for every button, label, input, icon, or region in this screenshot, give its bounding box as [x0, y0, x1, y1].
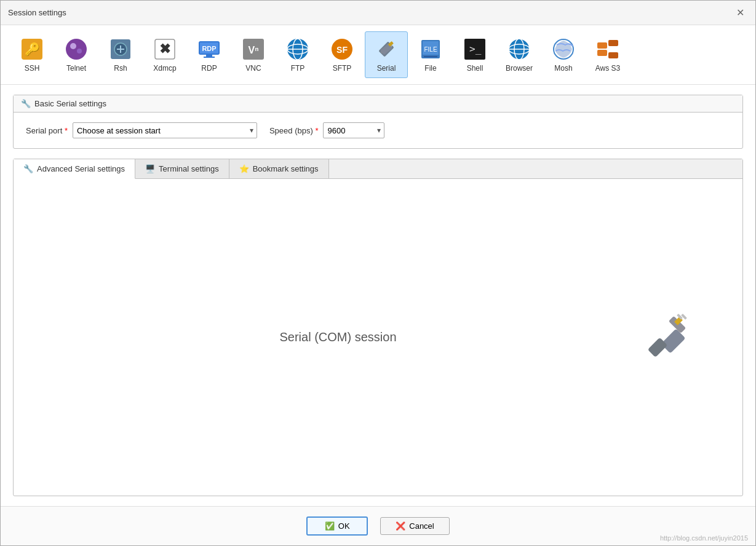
svg-text:FILE: FILE: [424, 46, 437, 53]
file-icon: FILE: [418, 37, 443, 61]
session-icon-rsh[interactable]: Rsh: [99, 31, 142, 78]
basic-serial-form-row: Serial port * Choose at session start CO…: [26, 122, 730, 138]
session-icon-rdp[interactable]: RDP RDP: [188, 31, 231, 78]
terminal-tab-icon: 🖥️: [145, 164, 155, 173]
vnc-label: VNC: [245, 64, 261, 73]
ok-icon: ✅: [325, 521, 335, 531]
title-bar: Session settings ✕: [1, 1, 755, 25]
svg-point-2: [66, 39, 87, 60]
sftp-label: SFTP: [333, 64, 352, 73]
serial-port-select[interactable]: Choose at session start COM1 COM2 COM3 C…: [73, 122, 257, 138]
tab-bookmark[interactable]: ⭐ Bookmark settings: [229, 159, 329, 179]
serial-illustration: [644, 310, 699, 365]
aws-s3-icon: [595, 37, 620, 61]
serial-port-select-wrapper: Choose at session start COM1 COM2 COM3 C…: [73, 122, 257, 138]
file-label: File: [424, 64, 436, 73]
session-icon-ftp[interactable]: FTP: [276, 31, 319, 78]
speed-select-wrapper: 9600 19200 38400 57600 115200: [323, 122, 384, 138]
session-icon-sftp[interactable]: SF SFTP: [320, 31, 364, 78]
cancel-label: Cancel: [409, 521, 434, 531]
basic-serial-body: Serial port * Choose at session start CO…: [14, 113, 742, 148]
terminal-tab-label: Terminal settings: [159, 164, 219, 173]
svg-rect-39: [597, 42, 607, 49]
session-settings-dialog: Session settings ✕ 🔑 SSH Telne: [0, 0, 756, 546]
cancel-button[interactable]: ❌ Cancel: [380, 517, 449, 535]
serial-session-text: Serial (COM) session: [32, 330, 644, 344]
svg-rect-12: [204, 57, 215, 58]
speed-select[interactable]: 9600 19200 38400 57600 115200: [323, 122, 384, 138]
svg-point-3: [70, 43, 76, 49]
ssh-label: SSH: [25, 64, 40, 73]
speed-required: *: [315, 126, 318, 135]
telnet-label: Telnet: [66, 64, 86, 73]
session-icon-ssh[interactable]: 🔑 SSH: [10, 31, 54, 78]
session-type-bar: 🔑 SSH Telnet: [1, 25, 755, 85]
speed-label: Speed (bps) *: [269, 126, 319, 135]
session-icon-shell[interactable]: >_ Shell: [453, 31, 496, 78]
basic-serial-section: 🔧 Basic Serial settings Serial port * Ch…: [13, 95, 743, 149]
xdmcp-label: Xdmcp: [153, 64, 176, 73]
svg-text:Vⁿ: Vⁿ: [248, 45, 258, 55]
svg-rect-42: [597, 50, 607, 56]
mosh-icon: [551, 37, 576, 61]
mosh-label: Mosh: [554, 64, 572, 73]
session-icon-mosh[interactable]: Mosh: [542, 31, 585, 78]
browser-label: Browser: [506, 64, 533, 73]
svg-rect-29: [424, 56, 437, 57]
session-icon-browser[interactable]: Browser: [498, 31, 541, 78]
speed-field: Speed (bps) * 9600 19200 38400 57600 115…: [269, 122, 385, 138]
ftp-label: FTP: [291, 64, 305, 73]
dialog-title: Session settings: [8, 8, 66, 17]
tabs-section: 🔧 Advanced Serial settings 🖥️ Terminal s…: [13, 159, 743, 496]
svg-rect-41: [608, 52, 618, 58]
svg-text:🔑: 🔑: [25, 42, 40, 57]
basic-serial-icon: 🔧: [21, 99, 31, 108]
serial-icon: [374, 37, 399, 61]
rdp-icon: RDP: [197, 37, 221, 61]
svg-point-4: [77, 49, 82, 53]
session-icon-telnet[interactable]: Telnet: [55, 31, 98, 78]
telnet-icon: [64, 37, 89, 61]
sftp-icon: SF: [330, 37, 354, 61]
svg-rect-40: [608, 40, 618, 46]
session-icon-xdmcp[interactable]: ✖ Xdmcp: [143, 31, 186, 78]
tabs-header: 🔧 Advanced Serial settings 🖥️ Terminal s…: [14, 159, 742, 179]
tab-advanced-serial[interactable]: 🔧 Advanced Serial settings: [14, 159, 135, 179]
footer: ✅ OK ❌ Cancel: [1, 506, 755, 545]
serial-port-required: *: [65, 126, 68, 135]
rdp-label: RDP: [201, 64, 217, 73]
serial-port-label: Serial port *: [26, 126, 68, 135]
basic-serial-header: 🔧 Basic Serial settings: [14, 95, 742, 113]
svg-text:RDP: RDP: [202, 45, 216, 52]
svg-text:✖: ✖: [159, 41, 170, 57]
content-area: 🔧 Basic Serial settings Serial port * Ch…: [1, 85, 755, 506]
bookmark-tab-label: Bookmark settings: [253, 164, 319, 173]
basic-serial-title: Basic Serial settings: [34, 99, 106, 108]
browser-icon: [507, 37, 531, 61]
session-icon-vnc[interactable]: Vⁿ VNC: [232, 31, 275, 78]
shell-label: Shell: [467, 64, 483, 73]
tab-content-area: Serial (COM) session: [14, 179, 742, 496]
session-icon-file[interactable]: FILE File: [409, 31, 452, 78]
shell-icon: >_: [463, 37, 487, 61]
svg-text:>_: >_: [469, 43, 482, 55]
tab-terminal[interactable]: 🖥️ Terminal settings: [135, 159, 229, 179]
advanced-serial-tab-icon: 🔧: [23, 164, 33, 173]
advanced-serial-tab-label: Advanced Serial settings: [37, 164, 125, 173]
rsh-icon: [108, 37, 133, 61]
watermark: http://blog.csdn.net/juyin2015: [660, 534, 748, 542]
session-icon-aws-s3[interactable]: Aws S3: [586, 31, 629, 78]
rsh-label: Rsh: [114, 64, 127, 73]
ssh-icon: 🔑: [20, 37, 44, 61]
serial-plug-svg: [644, 310, 699, 365]
close-button[interactable]: ✕: [733, 6, 748, 20]
ok-label: OK: [338, 521, 350, 531]
ftp-icon: [285, 37, 310, 61]
svg-text:SF: SF: [336, 45, 348, 55]
ok-button[interactable]: ✅ OK: [306, 516, 368, 536]
aws-s3-label: Aws S3: [595, 64, 620, 73]
svg-rect-43: [661, 328, 685, 353]
session-icon-serial[interactable]: Serial: [365, 31, 408, 78]
serial-port-field: Serial port * Choose at session start CO…: [26, 122, 257, 138]
xdmcp-icon: ✖: [153, 37, 177, 61]
